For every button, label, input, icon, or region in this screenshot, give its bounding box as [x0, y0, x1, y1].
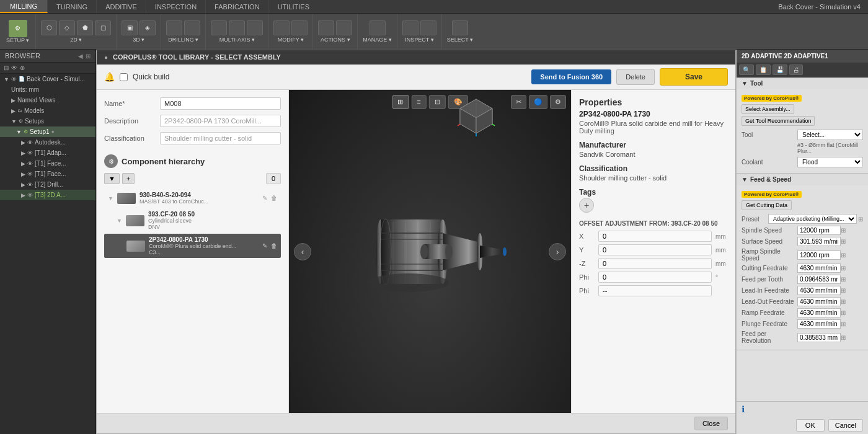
- lead-in-input[interactable]: [797, 286, 841, 295]
- sidebar-item-t1-adap[interactable]: ▶ 👁 [T1] Adap...: [0, 148, 95, 158]
- select-btn1[interactable]: [452, 20, 468, 35]
- vp-btn-tools[interactable]: ✂: [511, 95, 526, 109]
- tab-fabrication[interactable]: FABRICATION: [206, 0, 269, 13]
- ramp-spindle-arrow[interactable]: ⊞: [841, 252, 846, 259]
- comp-item-1-delete[interactable]: 🗑: [271, 195, 277, 202]
- tool-section-header[interactable]: ▼ Tool: [737, 78, 868, 89]
- view-split-btn[interactable]: ⊟: [429, 95, 446, 109]
- browser-pin[interactable]: ◀: [78, 53, 83, 60]
- sidebar-item-setup1[interactable]: ▼ ⚙ Setup1 ●: [0, 126, 95, 137]
- lead-out-arrow[interactable]: ⊞: [841, 298, 846, 305]
- send-to-fusion-button[interactable]: Send to Fusion 360: [531, 69, 611, 84]
- tab-utilities[interactable]: UTILITIES: [269, 0, 318, 13]
- lead-out-input[interactable]: [797, 297, 841, 306]
- modify-btn2[interactable]: [291, 20, 308, 35]
- quick-build-checkbox[interactable]: [120, 73, 128, 81]
- lead-in-arrow[interactable]: ⊞: [841, 287, 846, 294]
- ramp-spindle-input[interactable]: [797, 250, 841, 260]
- add-tag-button[interactable]: +: [579, 198, 594, 213]
- comp-add-btn[interactable]: +: [122, 173, 135, 184]
- description-input[interactable]: [160, 115, 281, 127]
- tool-select[interactable]: Select...: [797, 130, 863, 140]
- rp-tool-1[interactable]: 🔍: [739, 64, 754, 75]
- vp-btn-view[interactable]: 🔵: [529, 95, 547, 109]
- sidebar-item-models[interactable]: ▶ 🗂 Models: [0, 105, 95, 116]
- multiaxis-btn1[interactable]: [211, 20, 227, 35]
- feed-speed-header[interactable]: ▼ Feed & Speed: [737, 174, 868, 185]
- get-recommendation-btn[interactable]: Get Tool Recommendation: [742, 116, 815, 126]
- tab-additive[interactable]: ADDITIVE: [97, 0, 146, 13]
- sidebar-collapse-all[interactable]: ⊟: [4, 64, 9, 71]
- vp-btn-settings[interactable]: ⚙: [550, 95, 566, 109]
- save-button[interactable]: Save: [660, 68, 728, 86]
- surface-speed-arrow[interactable]: ⊞: [841, 238, 846, 245]
- plunge-arrow[interactable]: ⊞: [841, 321, 846, 327]
- select-assembly-btn[interactable]: Select Assembly...: [742, 104, 794, 114]
- sidebar-item-units[interactable]: Units: mm: [0, 84, 95, 95]
- 2d-btn2[interactable]: ◇: [59, 20, 75, 35]
- manage-btn1[interactable]: [370, 20, 386, 35]
- comp-tree-item-3[interactable]: 2P342-0800-PA 1730 CoroMill® Plura solid…: [104, 234, 281, 258]
- setup-btn[interactable]: ⚙ SETUP ▾: [6, 20, 29, 43]
- comp-item-3-delete[interactable]: 🗑: [271, 242, 277, 249]
- inspect-btn2[interactable]: [420, 20, 436, 35]
- 2d-btn4[interactable]: ▢: [95, 20, 111, 35]
- 3d-btn2[interactable]: ◈: [140, 20, 156, 35]
- comp-expand-btn[interactable]: ▼: [104, 173, 120, 184]
- ramp-feedrate-arrow[interactable]: ⊞: [841, 309, 846, 316]
- sidebar-filter[interactable]: ⊕: [20, 64, 25, 71]
- rp-tool-4[interactable]: 🖨: [789, 64, 803, 75]
- view-details-btn[interactable]: ≡: [411, 95, 426, 109]
- sidebar-item-root[interactable]: ▼ 👁 📄 Back Cover - Simul...: [0, 74, 95, 84]
- sidebar-item-t2-drill[interactable]: ▶ 👁 [T2] Drill...: [0, 179, 95, 190]
- inspect-btn1[interactable]: [402, 20, 418, 35]
- sidebar-item-t3-2d[interactable]: ▶ 👁 [T3] 2D A...: [0, 190, 95, 200]
- ok-button[interactable]: OK: [796, 419, 825, 432]
- orientation-cube[interactable]: [456, 96, 497, 136]
- feed-per-tooth-input[interactable]: [797, 275, 841, 284]
- comp-tree-item-2[interactable]: ▼ 393.CF-20 08 50 Cylindrical sleeveDNV: [104, 208, 281, 232]
- surface-speed-input[interactable]: [797, 237, 841, 246]
- name-input[interactable]: [160, 97, 281, 110]
- comp-item-3-edit[interactable]: ✎: [262, 242, 267, 249]
- tab-milling[interactable]: MILLING: [0, 0, 48, 13]
- close-button[interactable]: Close: [694, 417, 728, 430]
- feed-per-rev-arrow[interactable]: ⊞: [841, 334, 846, 341]
- nav-arrow-left[interactable]: ‹: [294, 243, 311, 260]
- comp-item-1-edit[interactable]: ✎: [262, 195, 267, 202]
- sidebar-item-t1-face1[interactable]: ▶ 👁 [T1] Face...: [0, 158, 95, 169]
- spindle-speed-arrow[interactable]: ⊞: [841, 227, 846, 234]
- actions-btn1[interactable]: [318, 20, 334, 35]
- sidebar-item-setups[interactable]: ▼ ⚙ Setups: [0, 116, 95, 126]
- tab-inspection[interactable]: INSPECTION: [146, 0, 206, 13]
- sidebar-eye[interactable]: 👁: [11, 64, 17, 71]
- feed-per-tooth-arrow[interactable]: ⊞: [841, 276, 846, 283]
- actions-btn2[interactable]: [336, 20, 352, 35]
- offset-z-input[interactable]: [598, 258, 712, 269]
- sidebar-item-t1-face2[interactable]: ▶ 👁 [T1] Face...: [0, 169, 95, 179]
- 2d-btn3[interactable]: ⬟: [77, 20, 93, 35]
- get-cutting-data-btn[interactable]: Get Cutting Data: [742, 200, 792, 210]
- offset-y-input[interactable]: [598, 244, 712, 255]
- offset-phi2-input[interactable]: [598, 285, 712, 296]
- multiaxis-btn2[interactable]: [229, 20, 245, 35]
- drilling-btn2[interactable]: [184, 20, 200, 35]
- preset-select[interactable]: Adaptive pocketing (Milling...: [768, 214, 857, 224]
- modify-btn1[interactable]: [273, 20, 290, 35]
- plunge-input[interactable]: [797, 319, 841, 329]
- rp-tool-2[interactable]: 📋: [756, 64, 771, 75]
- ramp-feedrate-input[interactable]: [797, 308, 841, 317]
- sidebar-item-autodesk[interactable]: ▶ 👁 Autodesk...: [0, 137, 95, 148]
- drilling-btn1[interactable]: [166, 20, 182, 35]
- view-grid-btn[interactable]: ⊞: [392, 95, 409, 109]
- nav-arrow-right[interactable]: ›: [549, 243, 566, 260]
- offset-x-input[interactable]: [598, 231, 712, 242]
- classification-input[interactable]: [160, 132, 281, 144]
- feed-per-rev-input[interactable]: [797, 333, 841, 342]
- offset-phi-input[interactable]: [598, 272, 712, 283]
- spindle-speed-input[interactable]: [797, 226, 841, 235]
- browser-expand[interactable]: ⊞: [86, 53, 91, 60]
- cancel-button[interactable]: Cancel: [828, 419, 863, 432]
- rp-tool-3[interactable]: 💾: [773, 64, 787, 75]
- tab-turning[interactable]: TURNING: [48, 0, 97, 13]
